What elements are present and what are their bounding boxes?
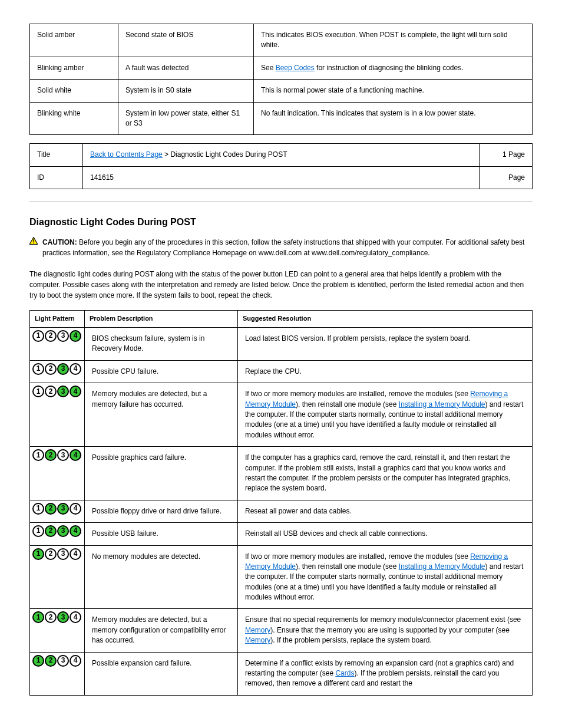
led-4-off: 4 xyxy=(70,548,81,560)
table-row: 1234Possible expansion card failure.Dete… xyxy=(30,652,533,695)
table-row: 1234Memory modules are detected, but a m… xyxy=(30,383,533,447)
led-4-off: 4 xyxy=(70,363,81,375)
nav-page-label: Page xyxy=(480,166,533,189)
problem-description: Memory modules are detected, but a memor… xyxy=(85,383,238,447)
suggested-resolution: Determine if a conflict exists by removi… xyxy=(238,652,533,695)
led-header-pattern: Light Pattern xyxy=(30,311,85,328)
light-pattern-cell: 1234 xyxy=(30,500,85,522)
led-header-res: Suggested Resolution xyxy=(238,311,533,328)
table-row: 1234BIOS checksum failure, system is in … xyxy=(30,328,533,361)
power-light-state: Solid amber xyxy=(30,24,118,57)
led-2-off: 2 xyxy=(45,611,57,623)
svg-rect-1 xyxy=(33,239,34,242)
power-light-detail: No fault indication. This indicates that… xyxy=(254,102,533,135)
led-1-on: 1 xyxy=(32,655,44,667)
led-3-off: 3 xyxy=(57,449,69,461)
led-3-on: 3 xyxy=(57,363,69,375)
power-light-meaning: A fault was detected xyxy=(118,57,254,79)
reference-link[interactable]: Memory xyxy=(245,626,270,634)
led-3-off: 3 xyxy=(57,548,69,560)
caution-label: CAUTION: xyxy=(42,238,77,246)
problem-description: Possible expansion card failure. xyxy=(85,652,238,695)
led-4-off: 4 xyxy=(70,655,81,667)
caution-notice: CAUTION: Before you begin any of the pro… xyxy=(29,237,533,258)
led-1-off: 1 xyxy=(32,449,44,461)
power-light-detail: See Beep Codes for instruction of diagno… xyxy=(254,57,533,79)
table-row: 1234Possible CPU failure.Replace the CPU… xyxy=(30,360,533,383)
table-row: 1234No memory modules are detected.If tw… xyxy=(30,545,533,609)
led-3-off: 3 xyxy=(57,655,69,667)
nav-title-value: Diagnostic Light Codes During POST xyxy=(170,150,287,159)
power-light-meaning: System is in S0 state xyxy=(118,80,254,102)
back-to-contents-link[interactable]: Back to Contents Page xyxy=(90,150,163,159)
led-4-off: 4 xyxy=(70,611,81,623)
suggested-resolution: Reinstall all USB devices and check all … xyxy=(238,523,533,545)
led-4-on: 4 xyxy=(70,386,81,397)
nav-table: Title Back to Contents Page > Diagnostic… xyxy=(29,143,533,189)
light-pattern-cell: 1234 xyxy=(30,447,85,500)
problem-description: Memory modules are detected, but a memor… xyxy=(85,609,238,652)
section-intro: The diagnostic light codes during POST a… xyxy=(29,269,533,301)
problem-description: Possible CPU failure. xyxy=(85,360,238,383)
problem-description: Possible USB failure. xyxy=(85,523,238,545)
led-2-off: 2 xyxy=(45,386,57,397)
section-divider xyxy=(29,201,533,202)
beep-codes-link[interactable]: Beep Codes xyxy=(276,64,315,72)
caution-text: Before you begin any of the procedures i… xyxy=(42,238,524,257)
problem-description: Possible floppy drive or hard drive fail… xyxy=(85,500,238,522)
light-pattern-cell: 1234 xyxy=(30,328,85,361)
caution-icon xyxy=(29,237,38,245)
light-pattern-cell: 1234 xyxy=(30,383,85,447)
led-1-off: 1 xyxy=(32,525,44,537)
table-row: 1234Possible graphics card failure.If th… xyxy=(30,447,533,500)
light-pattern-cell: 1234 xyxy=(30,545,85,609)
suggested-resolution: If two or more memory modules are instal… xyxy=(238,383,533,447)
led-1-off: 1 xyxy=(32,503,44,515)
led-3-off: 3 xyxy=(57,330,69,342)
power-light-meaning: Second state of BIOS xyxy=(118,24,254,57)
problem-description: Possible graphics card failure. xyxy=(85,447,238,500)
light-pattern-cell: 1234 xyxy=(30,609,85,652)
led-2-off: 2 xyxy=(45,548,57,560)
suggested-resolution: If the computer has a graphics card, rem… xyxy=(238,447,533,500)
power-light-detail: This is normal power state of a function… xyxy=(254,80,533,102)
nav-title-label: Title xyxy=(30,144,83,166)
led-header-desc: Problem Description xyxy=(85,311,238,328)
led-4-off: 4 xyxy=(70,503,81,515)
light-pattern-cell: 1234 xyxy=(30,523,85,545)
power-light-table: Solid amberSecond state of BIOSThis indi… xyxy=(29,24,533,135)
suggested-resolution: Ensure that no special requirements for … xyxy=(238,609,533,652)
suggested-resolution: Load latest BIOS version. If problem per… xyxy=(238,328,533,361)
nav-id-value: 141615 xyxy=(83,166,480,189)
diagnostic-light-table: Light Pattern Problem Description Sugges… xyxy=(29,310,533,696)
nav-id-label: ID xyxy=(30,166,83,189)
reference-link[interactable]: Installing a Memory Module xyxy=(399,400,485,409)
suggested-resolution: If two or more memory modules are instal… xyxy=(238,545,533,609)
led-4-on: 4 xyxy=(70,449,81,461)
led-1-on: 1 xyxy=(32,611,44,623)
reference-link[interactable]: Cards xyxy=(335,669,354,677)
reference-link[interactable]: Installing a Memory Module xyxy=(399,562,485,571)
suggested-resolution: Reseat all power and data cables. xyxy=(238,500,533,522)
power-light-detail: This indicates BIOS execution. When POST… xyxy=(254,24,533,57)
led-3-on: 3 xyxy=(57,611,69,623)
led-2-on: 2 xyxy=(45,449,57,461)
reference-link[interactable]: Memory xyxy=(245,636,270,644)
led-1-off: 1 xyxy=(32,330,44,342)
power-light-meaning: System in low power state, either S1 or … xyxy=(118,102,254,135)
led-1-off: 1 xyxy=(32,363,44,375)
led-2-on: 2 xyxy=(45,655,57,667)
light-pattern-cell: 1234 xyxy=(30,360,85,383)
led-2-off: 2 xyxy=(45,330,57,342)
power-light-state: Blinking amber xyxy=(30,57,118,79)
led-2-on: 2 xyxy=(45,503,57,515)
light-pattern-cell: 1234 xyxy=(30,652,85,695)
led-3-on: 3 xyxy=(57,386,69,397)
led-2-off: 2 xyxy=(45,363,57,375)
svg-rect-2 xyxy=(33,243,34,243)
led-4-on: 4 xyxy=(70,330,81,342)
power-light-state: Blinking white xyxy=(30,102,118,135)
nav-title-cell: Back to Contents Page > Diagnostic Light… xyxy=(83,144,480,166)
led-1-off: 1 xyxy=(32,386,44,397)
led-3-on: 3 xyxy=(57,503,69,515)
